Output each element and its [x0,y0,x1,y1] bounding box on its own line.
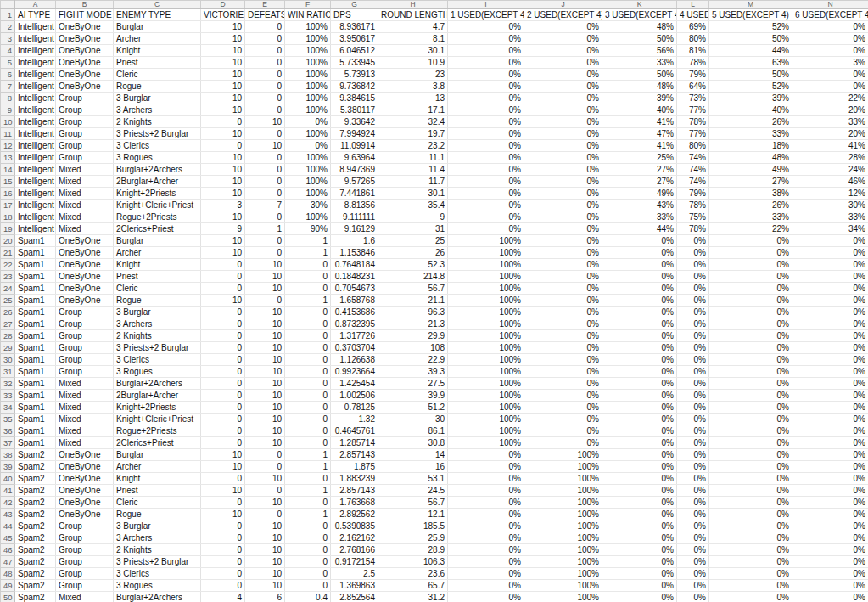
cell-D6[interactable]: 10 [201,69,245,81]
cell-M31[interactable]: 0% [709,366,792,378]
cell-D34[interactable]: 0 [201,402,245,414]
cell-G45[interactable]: 2.162162 [331,532,378,544]
cell-H39[interactable]: 16 [378,461,448,473]
cell-C6[interactable]: Cleric [114,69,201,81]
cell-B43[interactable]: OneByOne [56,509,114,520]
cell-B22[interactable]: OneByOne [56,259,114,271]
cell-I17[interactable]: 0% [448,200,524,211]
cell-B24[interactable]: OneByOne [56,283,114,295]
cell-D19[interactable]: 9 [201,223,245,235]
cell-I5[interactable]: 0% [448,57,524,69]
cell-E42[interactable]: 10 [245,497,285,509]
cell-L16[interactable]: 79% [677,188,709,200]
cell-E28[interactable]: 10 [245,330,285,342]
cell-J49[interactable]: 100% [524,580,602,592]
cell-F35[interactable]: 0 [285,414,331,425]
cell-H23[interactable]: 214.8 [378,271,448,283]
cell-M23[interactable]: 0% [709,271,792,283]
cell-F41[interactable]: 1 [285,485,331,497]
cell-K24[interactable]: 0% [602,283,677,295]
cell-N20[interactable]: 0% [792,235,868,247]
cell-M41[interactable]: 0% [709,485,792,497]
cell-I31[interactable]: 100% [448,366,524,378]
cell-E22[interactable]: 10 [245,259,285,271]
cell-N38[interactable]: 0% [792,449,868,461]
cell-K2[interactable]: 48% [602,21,677,33]
cell-B48[interactable]: Group [56,568,114,580]
cell-N16[interactable]: 12% [792,188,868,200]
cell-C20[interactable]: Burglar [114,235,201,247]
cell-E12[interactable]: 10 [245,140,285,152]
row-header-5[interactable]: 5 [1,57,15,69]
column-header-E[interactable]: E [245,1,285,9]
cell-L30[interactable]: 0% [677,354,709,366]
cell-D50[interactable]: 4 [201,592,245,602]
cell-L32[interactable]: 0% [677,378,709,390]
cell-D17[interactable]: 3 [201,200,245,211]
cell-K49[interactable]: 0% [602,580,677,592]
cell-E26[interactable]: 10 [245,307,285,318]
cell-N7[interactable]: 0% [792,81,868,93]
cell-L21[interactable]: 0% [677,247,709,259]
cell-H49[interactable]: 65.7 [378,580,448,592]
cell-F11[interactable]: 100% [285,128,331,140]
cell-H29[interactable]: 108 [378,342,448,354]
cell-H2[interactable]: 4.7 [378,21,448,33]
row-header-44[interactable]: 44 [1,520,15,532]
cell-K1[interactable]: 3 USED(EXCEPT 4) [602,9,677,21]
row-header-7[interactable]: 7 [1,81,15,93]
cell-B30[interactable]: Group [56,354,114,366]
cell-N30[interactable]: 0% [792,354,868,366]
cell-K15[interactable]: 27% [602,176,677,188]
cell-D42[interactable]: 0 [201,497,245,509]
cell-N2[interactable]: 0% [792,21,868,33]
cell-A29[interactable]: Spam1 [15,342,56,354]
cell-N41[interactable]: 0% [792,485,868,497]
cell-K9[interactable]: 40% [602,104,677,116]
row-header-27[interactable]: 27 [1,318,15,330]
cell-K12[interactable]: 41% [602,140,677,152]
cell-A27[interactable]: Spam1 [15,318,56,330]
cell-H41[interactable]: 24.5 [378,485,448,497]
cell-A5[interactable]: Intelligent [15,57,56,69]
cell-B23[interactable]: OneByOne [56,271,114,283]
cell-C48[interactable]: 3 Clerics [114,568,201,580]
cell-D47[interactable]: 0 [201,556,245,568]
cell-J3[interactable]: 0% [524,33,602,45]
cell-F6[interactable]: 100% [285,69,331,81]
cell-A28[interactable]: Spam1 [15,330,56,342]
cell-L13[interactable]: 74% [677,152,709,164]
cell-F25[interactable]: 1 [285,295,331,307]
cell-C7[interactable]: Rogue [114,81,201,93]
cell-B3[interactable]: OneByOne [56,33,114,45]
cell-D9[interactable]: 10 [201,104,245,116]
cell-K32[interactable]: 0% [602,378,677,390]
cell-K13[interactable]: 25% [602,152,677,164]
cell-J23[interactable]: 0% [524,271,602,283]
cell-M29[interactable]: 0% [709,342,792,354]
cell-I2[interactable]: 0% [448,21,524,33]
cell-M20[interactable]: 0% [709,235,792,247]
cell-A9[interactable]: Intelligent [15,104,56,116]
cell-K19[interactable]: 44% [602,223,677,235]
cell-M10[interactable]: 26% [709,116,792,128]
cell-L14[interactable]: 74% [677,164,709,176]
cell-A7[interactable]: Intelligent [15,81,56,93]
cell-F23[interactable]: 0 [285,271,331,283]
cell-A2[interactable]: Intelligent [15,21,56,33]
cell-B36[interactable]: Mixed [56,425,114,437]
cell-L7[interactable]: 64% [677,81,709,93]
cell-K47[interactable]: 0% [602,556,677,568]
cell-E44[interactable]: 10 [245,520,285,532]
cell-L48[interactable]: 0% [677,568,709,580]
cell-F37[interactable]: 0 [285,437,331,449]
cell-C27[interactable]: 3 Archers [114,318,201,330]
cell-A34[interactable]: Spam1 [15,402,56,414]
cell-L35[interactable]: 0% [677,414,709,425]
cell-J45[interactable]: 100% [524,532,602,544]
cell-C32[interactable]: Burglar+2Archers [114,378,201,390]
cell-B10[interactable]: Group [56,116,114,128]
cell-B26[interactable]: Group [56,307,114,318]
cell-I23[interactable]: 100% [448,271,524,283]
cell-N45[interactable]: 0% [792,532,868,544]
